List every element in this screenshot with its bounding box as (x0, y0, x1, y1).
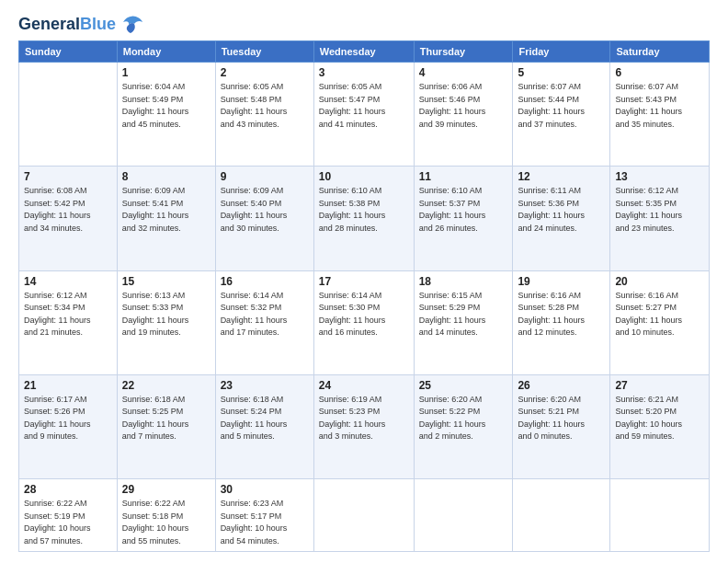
day-info: Sunrise: 6:20 AMSunset: 5:21 PMDaylight:… (518, 394, 605, 443)
day-info: Sunrise: 6:12 AMSunset: 5:35 PMDaylight:… (615, 185, 704, 235)
day-number: 13 (615, 170, 704, 183)
calendar-cell: 21Sunrise: 6:17 AMSunset: 5:26 PMDayligh… (19, 374, 118, 478)
day-info: Sunrise: 6:22 AMSunset: 5:18 PMDaylight:… (122, 498, 210, 547)
day-number: 22 (122, 379, 210, 392)
calendar-cell (513, 479, 610, 552)
calendar-cell: 23Sunrise: 6:18 AMSunset: 5:24 PMDayligh… (215, 374, 313, 478)
day-number: 10 (319, 170, 409, 183)
logo-bird-icon (118, 15, 143, 35)
weekday-header-monday: Monday (117, 41, 215, 63)
day-number: 16 (221, 275, 309, 288)
header: GeneralBlue (18, 15, 710, 35)
day-number: 30 (221, 483, 309, 496)
day-number: 23 (221, 379, 309, 392)
calendar-cell: 19Sunrise: 6:16 AMSunset: 5:28 PMDayligh… (513, 270, 610, 374)
calendar-cell: 2Sunrise: 6:05 AMSunset: 5:48 PMDaylight… (215, 63, 313, 167)
weekday-header-thursday: Thursday (414, 41, 513, 63)
calendar-cell: 16Sunrise: 6:14 AMSunset: 5:32 PMDayligh… (215, 270, 313, 374)
day-info: Sunrise: 6:05 AMSunset: 5:47 PMDaylight:… (319, 81, 409, 131)
calendar-cell: 10Sunrise: 6:10 AMSunset: 5:38 PMDayligh… (313, 167, 414, 270)
day-info: Sunrise: 6:19 AMSunset: 5:23 PMDaylight:… (319, 394, 409, 443)
day-info: Sunrise: 6:09 AMSunset: 5:41 PMDaylight:… (122, 185, 210, 235)
day-number: 3 (319, 66, 409, 79)
calendar-cell: 4Sunrise: 6:06 AMSunset: 5:46 PMDaylight… (414, 63, 513, 167)
weekday-header-tuesday: Tuesday (215, 41, 313, 63)
day-info: Sunrise: 6:10 AMSunset: 5:37 PMDaylight:… (419, 185, 508, 235)
calendar-cell: 7Sunrise: 6:08 AMSunset: 5:42 PMDaylight… (19, 167, 118, 270)
calendar-cell: 27Sunrise: 6:21 AMSunset: 5:20 PMDayligh… (610, 374, 710, 478)
day-info: Sunrise: 6:06 AMSunset: 5:46 PMDaylight:… (419, 81, 508, 131)
day-info: Sunrise: 6:10 AMSunset: 5:38 PMDaylight:… (319, 185, 409, 235)
day-number: 1 (122, 66, 210, 79)
logo: GeneralBlue (18, 15, 143, 35)
day-number: 19 (518, 275, 605, 288)
weekday-header-row: SundayMondayTuesdayWednesdayThursdayFrid… (19, 41, 710, 63)
weekday-header-friday: Friday (513, 41, 610, 63)
calendar-cell (313, 479, 414, 552)
weekday-header-wednesday: Wednesday (313, 41, 414, 63)
calendar-cell: 5Sunrise: 6:07 AMSunset: 5:44 PMDaylight… (513, 63, 610, 167)
day-info: Sunrise: 6:18 AMSunset: 5:24 PMDaylight:… (221, 394, 309, 443)
calendar-cell: 17Sunrise: 6:14 AMSunset: 5:30 PMDayligh… (313, 270, 414, 374)
calendar-cell: 28Sunrise: 6:22 AMSunset: 5:19 PMDayligh… (19, 479, 118, 552)
day-number: 26 (518, 379, 605, 392)
day-number: 24 (319, 379, 409, 392)
weekday-header-sunday: Sunday (19, 41, 118, 63)
day-number: 25 (419, 379, 508, 392)
day-info: Sunrise: 6:20 AMSunset: 5:22 PMDaylight:… (419, 394, 508, 443)
day-info: Sunrise: 6:22 AMSunset: 5:19 PMDaylight:… (24, 498, 112, 547)
day-info: Sunrise: 6:13 AMSunset: 5:33 PMDaylight:… (122, 290, 210, 339)
day-info: Sunrise: 6:07 AMSunset: 5:44 PMDaylight:… (518, 81, 605, 131)
calendar-cell (19, 63, 118, 167)
day-info: Sunrise: 6:16 AMSunset: 5:28 PMDaylight:… (518, 290, 605, 339)
day-info: Sunrise: 6:15 AMSunset: 5:29 PMDaylight:… (419, 290, 508, 339)
calendar-cell: 8Sunrise: 6:09 AMSunset: 5:41 PMDaylight… (117, 167, 215, 270)
calendar-cell: 30Sunrise: 6:23 AMSunset: 5:17 PMDayligh… (215, 479, 313, 552)
day-info: Sunrise: 6:18 AMSunset: 5:25 PMDaylight:… (122, 394, 210, 443)
calendar-cell: 29Sunrise: 6:22 AMSunset: 5:18 PMDayligh… (117, 479, 215, 552)
day-number: 17 (319, 275, 409, 288)
day-number: 27 (615, 379, 704, 392)
calendar-cell: 26Sunrise: 6:20 AMSunset: 5:21 PMDayligh… (513, 374, 610, 478)
calendar-cell: 15Sunrise: 6:13 AMSunset: 5:33 PMDayligh… (117, 270, 215, 374)
day-info: Sunrise: 6:16 AMSunset: 5:27 PMDaylight:… (615, 290, 704, 339)
day-info: Sunrise: 6:11 AMSunset: 5:36 PMDaylight:… (518, 185, 605, 235)
day-number: 15 (122, 275, 210, 288)
day-number: 2 (221, 66, 309, 79)
calendar-cell (414, 479, 513, 552)
day-number: 7 (24, 170, 112, 183)
calendar-cell: 18Sunrise: 6:15 AMSunset: 5:29 PMDayligh… (414, 270, 513, 374)
day-info: Sunrise: 6:08 AMSunset: 5:42 PMDaylight:… (24, 185, 112, 235)
calendar-cell: 24Sunrise: 6:19 AMSunset: 5:23 PMDayligh… (313, 374, 414, 478)
day-number: 28 (24, 483, 112, 496)
day-info: Sunrise: 6:21 AMSunset: 5:20 PMDaylight:… (615, 394, 704, 443)
day-number: 8 (122, 170, 210, 183)
day-number: 18 (419, 275, 508, 288)
weekday-header-saturday: Saturday (610, 41, 710, 63)
logo-text-blue: Blue (80, 15, 116, 33)
day-info: Sunrise: 6:04 AMSunset: 5:49 PMDaylight:… (122, 81, 210, 131)
calendar-cell: 11Sunrise: 6:10 AMSunset: 5:37 PMDayligh… (414, 167, 513, 270)
calendar-cell: 25Sunrise: 6:20 AMSunset: 5:22 PMDayligh… (414, 374, 513, 478)
day-number: 5 (518, 66, 605, 79)
calendar-cell: 14Sunrise: 6:12 AMSunset: 5:34 PMDayligh… (19, 270, 118, 374)
day-info: Sunrise: 6:07 AMSunset: 5:43 PMDaylight:… (615, 81, 704, 131)
day-info: Sunrise: 6:12 AMSunset: 5:34 PMDaylight:… (24, 290, 112, 339)
calendar-cell: 1Sunrise: 6:04 AMSunset: 5:49 PMDaylight… (117, 63, 215, 167)
day-number: 14 (24, 275, 112, 288)
calendar-cell: 22Sunrise: 6:18 AMSunset: 5:25 PMDayligh… (117, 374, 215, 478)
day-number: 6 (615, 66, 704, 79)
logo-text-general: GeneralBlue (18, 16, 116, 34)
page: GeneralBlue SundayMondayTuesdayWednesday… (0, 0, 728, 563)
day-number: 20 (615, 275, 704, 288)
day-number: 4 (419, 66, 508, 79)
calendar-cell: 12Sunrise: 6:11 AMSunset: 5:36 PMDayligh… (513, 167, 610, 270)
day-number: 29 (122, 483, 210, 496)
day-info: Sunrise: 6:17 AMSunset: 5:26 PMDaylight:… (24, 394, 112, 443)
day-info: Sunrise: 6:09 AMSunset: 5:40 PMDaylight:… (221, 185, 309, 235)
calendar-cell: 9Sunrise: 6:09 AMSunset: 5:40 PMDaylight… (215, 167, 313, 270)
calendar-table: SundayMondayTuesdayWednesdayThursdayFrid… (18, 40, 710, 552)
calendar-cell: 20Sunrise: 6:16 AMSunset: 5:27 PMDayligh… (610, 270, 710, 374)
day-number: 11 (419, 170, 508, 183)
calendar-cell: 13Sunrise: 6:12 AMSunset: 5:35 PMDayligh… (610, 167, 710, 270)
